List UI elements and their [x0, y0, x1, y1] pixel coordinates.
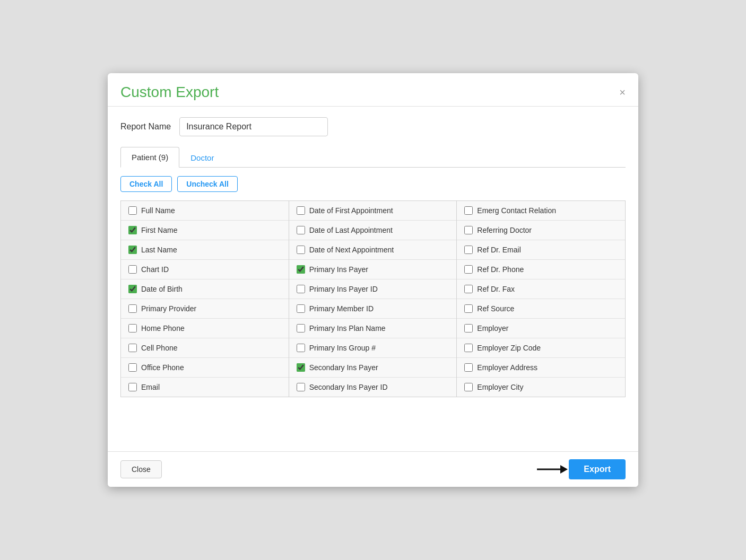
report-name-label: Report Name [120, 122, 171, 132]
checkbox-office-phone[interactable] [128, 363, 137, 372]
checkbox-date-next-appt[interactable] [297, 246, 305, 254]
column-3: Emerg Contact Relation Referring Doctor … [457, 201, 625, 397]
list-item: Ref Dr. Phone [457, 260, 625, 279]
checkbox-primary-provider[interactable] [128, 304, 137, 313]
arrow-icon [537, 461, 569, 477]
list-item: Cell Phone [121, 338, 289, 358]
list-item: Emerg Contact Relation [457, 201, 625, 221]
checkbox-last-name[interactable] [128, 246, 137, 254]
checkbox-employer-zip-code[interactable] [464, 344, 473, 352]
list-item: Date of Birth [121, 279, 289, 299]
list-item: Employer Address [457, 358, 625, 378]
checkbox-primary-ins-group[interactable] [297, 344, 305, 352]
custom-export-modal: Custom Export × Report Name Patient (9) … [108, 73, 638, 487]
column-2: Date of First Appointment Date of Last A… [289, 201, 457, 397]
columns-container: Full Name First Name Last Name Chart ID … [120, 200, 626, 397]
checkbox-primary-member-id[interactable] [297, 304, 305, 313]
list-item: Email [121, 378, 289, 397]
list-item: Referring Doctor [457, 221, 625, 240]
checkbox-ref-dr-fax[interactable] [464, 285, 473, 293]
list-item: Date of Last Appointment [289, 221, 457, 240]
checkbox-chart-id[interactable] [128, 265, 137, 274]
list-item: Primary Ins Payer ID [289, 279, 457, 299]
checkbox-ref-dr-phone[interactable] [464, 265, 473, 274]
check-all-button[interactable]: Check All [120, 176, 172, 192]
checkbox-employer[interactable] [464, 324, 473, 332]
close-x-button[interactable]: × [619, 87, 626, 98]
checkbox-date-last-appt[interactable] [297, 226, 305, 234]
tab-patient[interactable]: Patient (9) [120, 147, 179, 168]
list-item: Date of First Appointment [289, 201, 457, 221]
checkbox-secondary-ins-payer-id[interactable] [297, 383, 305, 391]
list-item: Primary Ins Plan Name [289, 319, 457, 338]
checkbox-home-phone[interactable] [128, 324, 137, 332]
list-item: Ref Dr. Email [457, 240, 625, 260]
report-name-row: Report Name [120, 117, 626, 136]
list-item: Primary Ins Payer [289, 260, 457, 279]
checkbox-ref-dr-email[interactable] [464, 246, 473, 254]
list-item: Secondary Ins Payer [289, 358, 457, 378]
list-item: Employer City [457, 378, 625, 397]
checkbox-date-of-birth[interactable] [128, 285, 137, 293]
checkbox-cell-phone[interactable] [128, 344, 137, 352]
modal-header: Custom Export × [108, 73, 638, 107]
export-area: Export [537, 459, 626, 479]
checkbox-referring-doctor[interactable] [464, 226, 473, 234]
svg-marker-1 [560, 465, 568, 474]
list-item: Employer [457, 319, 625, 338]
export-button[interactable]: Export [569, 459, 626, 479]
list-item: Office Phone [121, 358, 289, 378]
checkbox-employer-city[interactable] [464, 383, 473, 391]
list-item: Primary Provider [121, 299, 289, 319]
list-item: Secondary Ins Payer ID [289, 378, 457, 397]
actions-row: Check All Uncheck All [120, 176, 626, 192]
modal-title: Custom Export [120, 84, 219, 101]
checkbox-ref-source[interactable] [464, 304, 473, 313]
uncheck-all-button[interactable]: Uncheck All [177, 176, 238, 192]
checkbox-primary-ins-plan-name[interactable] [297, 324, 305, 332]
tabs-row: Patient (9) Doctor [120, 147, 626, 168]
checkbox-date-first-appt[interactable] [297, 206, 305, 215]
checkbox-first-name[interactable] [128, 226, 137, 234]
list-item: Ref Dr. Fax [457, 279, 625, 299]
list-item: Full Name [121, 201, 289, 221]
list-item: First Name [121, 221, 289, 240]
checkbox-full-name[interactable] [128, 206, 137, 215]
checkbox-employer-address[interactable] [464, 363, 473, 372]
list-item: Last Name [121, 240, 289, 260]
checkbox-primary-ins-payer-id[interactable] [297, 285, 305, 293]
list-item: Primary Member ID [289, 299, 457, 319]
list-item: Employer Zip Code [457, 338, 625, 358]
list-item: Chart ID [121, 260, 289, 279]
list-item: Ref Source [457, 299, 625, 319]
tab-doctor[interactable]: Doctor [179, 147, 225, 168]
modal-footer: Close Export [108, 451, 638, 487]
list-item: Date of Next Appointment [289, 240, 457, 260]
list-item: Primary Ins Group # [289, 338, 457, 358]
modal-body: Report Name Patient (9) Doctor Check All… [108, 107, 638, 451]
checkbox-primary-ins-payer[interactable] [297, 265, 305, 274]
close-button[interactable]: Close [120, 460, 162, 478]
checkbox-email[interactable] [128, 383, 137, 391]
checkbox-emerg-contact-relation[interactable] [464, 206, 473, 215]
list-item: Home Phone [121, 319, 289, 338]
checkbox-secondary-ins-payer[interactable] [297, 363, 305, 372]
report-name-input[interactable] [179, 117, 328, 136]
column-1: Full Name First Name Last Name Chart ID … [121, 201, 289, 397]
